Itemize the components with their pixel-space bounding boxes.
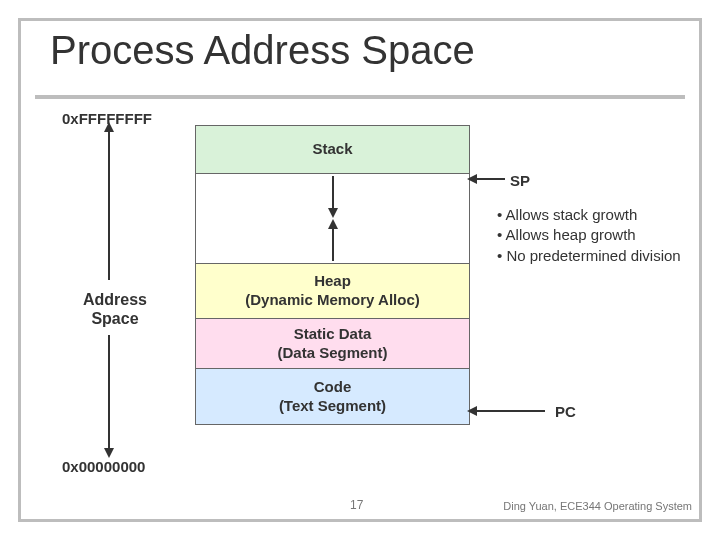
segment-code-label: Code [196,378,469,397]
segment-heap-label: Heap [196,272,469,291]
note-stack-growth: • Allows stack growth [497,205,681,225]
bottom-address-label: 0x00000000 [62,458,145,475]
segment-stack-label: Stack [196,140,469,159]
sp-pointer-arrow [475,178,505,180]
segment-code: Code (Text Segment) [196,369,469,424]
segment-gap [196,174,469,264]
address-space-label-line1: Address [83,291,147,308]
segment-data-label: Static Data [196,325,469,344]
segment-static-data: Static Data (Data Segment) [196,319,469,369]
segment-data-sublabel: (Data Segment) [196,344,469,363]
address-space-label-line2: Space [91,310,138,327]
heap-growth-arrow [332,227,334,261]
segment-heap-sublabel: (Dynamic Memory Alloc) [196,291,469,310]
segment-heap: Heap (Dynamic Memory Alloc) [196,264,469,319]
address-space-label: Address Space [75,290,155,328]
title-divider [35,95,685,99]
pc-pointer-label: PC [555,403,576,420]
note-heap-growth: • Allows heap growth [497,225,681,245]
note-no-division: • No predetermined division [497,246,681,266]
slide-number: 17 [350,498,363,512]
segment-code-sublabel: (Text Segment) [196,397,469,416]
memory-layout-diagram: Stack Heap (Dynamic Memory Alloc) Static… [195,125,470,425]
credit-line: Ding Yuan, ECE344 Operating System [503,500,692,512]
pc-pointer-arrow [475,410,545,412]
stack-growth-arrow [332,176,334,210]
segment-stack: Stack [196,126,469,174]
gap-notes: • Allows stack growth • Allows heap grow… [497,205,681,266]
sp-pointer-label: SP [510,172,530,189]
page-title: Process Address Space [50,28,475,73]
